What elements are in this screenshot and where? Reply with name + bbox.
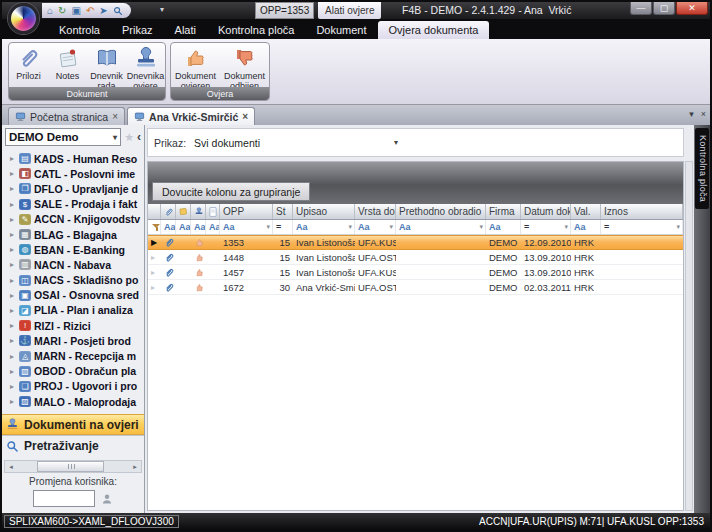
expand-icon[interactable]: ▸ xyxy=(10,245,16,254)
app-logo-icon[interactable] xyxy=(8,3,39,34)
sidebar-item-marn[interactable]: ▸◬MARN - Recepcija m xyxy=(2,348,144,363)
sidebar-item-proj[interactable]: ▸❏PROJ - Ugovori i pro xyxy=(2,379,144,394)
save-icon[interactable]: ▣ xyxy=(71,6,80,16)
dnevnika-ovjere-button[interactable]: Dnevnika ovjere xyxy=(126,45,165,92)
qat-customize-caret-icon[interactable]: ▾ xyxy=(160,5,164,14)
company-selector[interactable]: DEMO Demo ▾ xyxy=(5,128,121,146)
paperclip-column-icon[interactable] xyxy=(161,204,176,219)
user-icon[interactable] xyxy=(101,493,113,505)
expand-icon[interactable]: ▸ xyxy=(10,215,16,224)
attachment-paperclip-icon[interactable] xyxy=(161,280,176,294)
tab-kontrolna-ploca[interactable]: Kontrolna ploča xyxy=(695,128,709,209)
send-icon[interactable]: ➤ xyxy=(99,6,107,16)
grid-vertical-scrollbar[interactable] xyxy=(685,161,693,511)
chevron-down-icon[interactable]: ▾ xyxy=(676,223,680,231)
sidebar-item-accn[interactable]: ▸✎ACCN - Knjigovodstv xyxy=(2,212,144,227)
ribbon-tab-ovjera-dokumenta[interactable]: Ovjera dokumenta xyxy=(378,21,490,39)
column-header-datum[interactable]: Datum dok. xyxy=(521,204,571,219)
scrollbar-thumb[interactable] xyxy=(37,461,104,472)
filter-cell[interactable]: Aa xyxy=(161,220,176,234)
sidebar-item-kads[interactable]: ▸▤KADS - Human Reso xyxy=(2,151,144,166)
home-icon[interactable]: ⌂ xyxy=(47,6,53,16)
chevron-down-icon[interactable]: ▾ xyxy=(389,223,393,231)
table-row[interactable]: ▶ 1353 15 Ivan Listonoša UFA.KUSL DEMO 1… xyxy=(148,235,683,250)
tab-ana-vrkic-smircic[interactable]: Ana Vrkić-Smirčić × xyxy=(127,107,255,125)
sidebar-item-rizi[interactable]: ▸!RIZI - Rizici xyxy=(2,318,144,333)
chevron-down-icon[interactable]: ▾ xyxy=(479,223,483,231)
filter-cell-val[interactable]: Aa xyxy=(571,220,601,234)
attachment-paperclip-icon[interactable] xyxy=(161,250,176,264)
filter-cell[interactable]: Aa xyxy=(191,220,206,234)
ribbon-tab-kontrolna-ploca[interactable]: Kontrolna ploča xyxy=(207,21,305,39)
ribbon-tab-alati[interactable]: Alati xyxy=(164,21,207,39)
approval-thumb-icon[interactable] xyxy=(191,236,206,249)
scroll-right-icon[interactable]: ▸ xyxy=(129,461,141,472)
chevron-down-icon[interactable]: ▾ xyxy=(348,223,352,231)
group-by-panel[interactable]: Dovucite kolonu za grupiranje xyxy=(148,162,683,204)
chevron-down-icon[interactable]: ▾ xyxy=(564,223,568,231)
shortcut-pretrazivanje[interactable]: Pretraživanje xyxy=(2,435,144,456)
ribbon-tab-prikaz[interactable]: Prikaz xyxy=(111,21,164,39)
approval-thumb-icon[interactable] xyxy=(191,280,206,294)
filter-cell-upisao[interactable]: Aa▾ xyxy=(293,220,355,234)
expand-icon[interactable]: ▸ xyxy=(10,260,16,269)
change-user-input[interactable] xyxy=(33,490,95,507)
ribbon-tab-kontrola[interactable]: Kontrola xyxy=(48,21,111,39)
sidebar-item-sale[interactable]: ▸$SALE - Prodaja i fakt xyxy=(2,197,144,212)
column-header-upisao[interactable]: Upisao xyxy=(293,204,355,219)
sidebar-item-eban[interactable]: ▸◍EBAN - E-Banking xyxy=(2,242,144,257)
expand-icon[interactable]: ▸ xyxy=(10,306,16,315)
sidebar-horizontal-scrollbar[interactable]: ◂ ▸ xyxy=(4,460,142,473)
filter-cell-datum[interactable]: =▾ xyxy=(521,220,571,234)
sidebar-item-catl[interactable]: ▸◧CATL - Poslovni ime xyxy=(2,166,144,181)
filter-cell-st[interactable]: = xyxy=(273,220,293,234)
expand-icon[interactable]: ▸ xyxy=(10,276,16,285)
expand-icon[interactable]: ▸ xyxy=(10,200,16,209)
expand-icon[interactable]: ▸ xyxy=(10,382,16,391)
column-header-firma[interactable]: Firma xyxy=(486,204,521,219)
expand-icon[interactable]: ▸ xyxy=(10,397,16,406)
table-row[interactable]: ▸ 1672 30 Ana Vrkić-Smir UFA.OST DEMO 02… xyxy=(148,280,683,295)
filter-cell-vrsta[interactable]: Aa▾ xyxy=(355,220,396,234)
document-column-icon[interactable] xyxy=(206,204,220,219)
filter-cell[interactable]: Aa xyxy=(176,220,191,234)
sidebar-item-obod[interactable]: ▸▧OBOD - Obračun pla xyxy=(2,364,144,379)
attachment-paperclip-icon[interactable] xyxy=(161,236,176,249)
scroll-left-icon[interactable]: ◂ xyxy=(5,461,17,472)
column-header-vrsta[interactable]: Vrsta dok. xyxy=(355,204,396,219)
expand-icon[interactable]: ▸ xyxy=(10,321,16,330)
attachment-paperclip-icon[interactable] xyxy=(161,265,176,279)
undo-icon[interactable]: ↶ xyxy=(86,6,94,16)
sidebar-item-blag[interactable]: ▸▦BLAG - Blagajna xyxy=(2,227,144,242)
column-header-iznos[interactable]: Iznos xyxy=(601,204,683,219)
refresh-icon[interactable]: ↻ xyxy=(58,6,66,16)
minimize-button[interactable]: — xyxy=(630,2,652,15)
stamp-column-icon[interactable] xyxy=(191,204,206,219)
favorite-star-icon[interactable]: ★ xyxy=(124,131,134,144)
prilozi-button[interactable]: Prilozi xyxy=(9,45,48,82)
filter-cell-prethodno[interactable]: Aa▾ xyxy=(396,220,486,234)
notes-button[interactable]: Notes xyxy=(48,45,87,82)
sidebar-item-osai[interactable]: ▸▣OSAI - Osnovna sred xyxy=(2,288,144,303)
filter-cell-iznos[interactable]: =▾ xyxy=(601,220,683,234)
dnevnik-rada-button[interactable]: Dnevnik rada xyxy=(87,45,126,92)
sidebar-item-mari[interactable]: ▸⚓MARI - Posjeti brod xyxy=(2,333,144,348)
sidebar-item-malo[interactable]: ▸▨MALO - Maloprodaja xyxy=(2,394,144,409)
tab-close-icon[interactable]: × xyxy=(242,111,248,122)
column-header-opp[interactable]: OPP xyxy=(220,204,273,219)
maximize-button[interactable]: ▢ xyxy=(653,2,675,15)
dokument-odbijen-button[interactable]: Dokument odbijen xyxy=(220,45,269,92)
search-icon[interactable] xyxy=(113,6,123,16)
approval-thumb-icon[interactable] xyxy=(191,265,206,279)
note-column-icon[interactable] xyxy=(176,204,191,219)
column-header-val[interactable]: Val. xyxy=(571,204,601,219)
expand-icon[interactable]: ▸ xyxy=(10,352,16,361)
column-header-st[interactable]: St xyxy=(273,204,293,219)
collapse-sidebar-icon[interactable]: ‹ xyxy=(137,130,141,144)
expand-icon[interactable]: ▸ xyxy=(10,336,16,345)
tab-list-caret-icon[interactable]: ▾ xyxy=(689,109,694,119)
expand-icon[interactable]: ▸ xyxy=(10,184,16,193)
dokument-ovjeren-button[interactable]: Dokument ovjeren xyxy=(171,45,220,92)
expand-icon[interactable]: ▸ xyxy=(10,291,16,300)
filter-cell[interactable]: Aa xyxy=(206,220,220,234)
